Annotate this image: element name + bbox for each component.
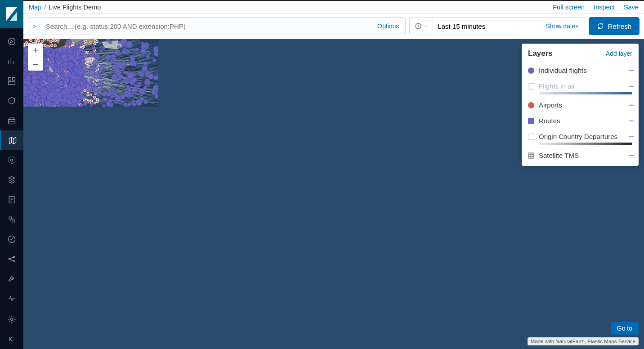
- nav-apm[interactable]: [0, 190, 23, 210]
- breadcrumb-root[interactable]: Map: [29, 4, 41, 11]
- time-picker[interactable]: Show dates: [409, 17, 585, 35]
- nav-devtools[interactable]: [0, 269, 23, 289]
- layer-row[interactable]: Airports━━: [528, 97, 632, 113]
- layers-panel: Layers Add layer Individual flights━━Fli…: [522, 44, 639, 166]
- drag-handle-icon[interactable]: ━━: [629, 102, 632, 108]
- kibana-logo[interactable]: [0, 0, 23, 28]
- map-viewport[interactable]: + – Layers Add layer Individual flights━…: [23, 39, 644, 349]
- grid-icon: [528, 152, 534, 159]
- drag-handle-icon[interactable]: ━━: [629, 134, 632, 140]
- svg-rect-14: [528, 153, 534, 158]
- search-box[interactable]: >_ Options: [28, 17, 406, 35]
- breadcrumb-current: Live Flights Demo: [49, 4, 101, 11]
- fullscreen-link[interactable]: Full screen: [553, 4, 585, 11]
- refresh-button[interactable]: Refresh: [589, 17, 640, 35]
- nav-uptime[interactable]: [0, 229, 23, 249]
- svg-rect-4: [9, 120, 15, 124]
- layer-swatch: [528, 67, 534, 74]
- nav-graph[interactable]: [0, 249, 23, 269]
- show-dates-link[interactable]: Show dates: [546, 22, 585, 30]
- inspect-link[interactable]: Inspect: [594, 4, 615, 11]
- time-quick-button[interactable]: [410, 18, 433, 35]
- layer-row[interactable]: Satellite TMS━━: [528, 148, 632, 163]
- nav-monitoring[interactable]: [0, 289, 23, 309]
- query-bar: >_ Options Show dates Refresh: [23, 13, 644, 39]
- search-prompt-icon: >_: [28, 22, 45, 30]
- svg-point-12: [11, 318, 13, 321]
- map-attribution: Made with NaturalEarth, Elastic Maps Ser…: [528, 337, 639, 345]
- zoom-control: + –: [28, 44, 43, 71]
- main-area: Map / Live Flights Demo Full screen Insp…: [23, 0, 644, 349]
- layer-label: Individual flights: [539, 67, 587, 74]
- layer-swatch: [528, 83, 534, 89]
- nav-collapse[interactable]: [0, 329, 23, 349]
- layer-swatch: [528, 134, 534, 140]
- layer-label: Airports: [539, 101, 562, 109]
- layer-gradient: [539, 92, 632, 94]
- drag-handle-icon[interactable]: ━━: [629, 83, 632, 89]
- svg-point-10: [13, 256, 14, 257]
- svg-point-11: [13, 260, 14, 262]
- layers-title: Layers: [528, 49, 553, 58]
- layer-label: Routes: [539, 117, 560, 125]
- svg-rect-3: [9, 82, 15, 85]
- search-input[interactable]: [45, 22, 371, 31]
- layer-swatch: [528, 102, 534, 108]
- layer-swatch: [528, 118, 534, 124]
- svg-point-9: [9, 258, 10, 260]
- save-link[interactable]: Save: [624, 4, 639, 11]
- breadcrumb-bar: Map / Live Flights Demo Full screen Insp…: [23, 1, 644, 13]
- nav-management[interactable]: [0, 309, 23, 329]
- nav-pipeline[interactable]: [0, 210, 23, 229]
- goto-button[interactable]: Go to: [611, 322, 639, 335]
- layer-label: Satellite TMS: [539, 152, 579, 159]
- breadcrumb-sep: /: [44, 4, 46, 11]
- nav-discover[interactable]: [0, 31, 23, 51]
- layer-row[interactable]: Routes━━: [528, 113, 632, 129]
- add-layer-link[interactable]: Add layer: [606, 50, 632, 57]
- zoom-in-button[interactable]: +: [28, 44, 43, 57]
- drag-handle-icon[interactable]: ━━: [629, 67, 632, 74]
- svg-rect-1: [9, 78, 11, 81]
- layer-gradient: [539, 143, 632, 145]
- layer-row[interactable]: Origin Country Departures━━: [528, 129, 632, 144]
- time-value[interactable]: [433, 22, 546, 30]
- svg-rect-2: [13, 78, 15, 81]
- nav-ml[interactable]: [0, 150, 23, 170]
- nav-canvas[interactable]: [0, 91, 23, 111]
- drag-handle-icon[interactable]: ━━: [629, 152, 632, 159]
- side-navigation: [0, 0, 23, 349]
- refresh-label: Refresh: [608, 22, 631, 30]
- layer-row[interactable]: Flights in air━━: [528, 78, 632, 94]
- search-options[interactable]: Options: [371, 22, 405, 30]
- svg-point-6: [11, 159, 13, 161]
- zoom-out-button[interactable]: –: [28, 57, 43, 71]
- layer-label: Origin Country Departures: [539, 133, 617, 140]
- map-canvas[interactable]: [23, 39, 158, 107]
- drag-handle-icon[interactable]: ━━: [629, 118, 632, 124]
- layer-label: Flights in air: [539, 82, 575, 90]
- clock-icon: [415, 22, 422, 30]
- svg-point-5: [9, 157, 15, 164]
- refresh-icon: [597, 22, 604, 30]
- nav-logs[interactable]: [0, 170, 23, 190]
- nav-dashboard[interactable]: [0, 71, 23, 91]
- nav-maps[interactable]: [0, 130, 23, 150]
- nav-infra[interactable]: [0, 111, 23, 130]
- svg-point-0: [9, 38, 15, 45]
- layer-row[interactable]: Individual flights━━: [528, 63, 632, 78]
- chevron-down-icon: [424, 24, 428, 28]
- nav-visualize[interactable]: [0, 51, 23, 71]
